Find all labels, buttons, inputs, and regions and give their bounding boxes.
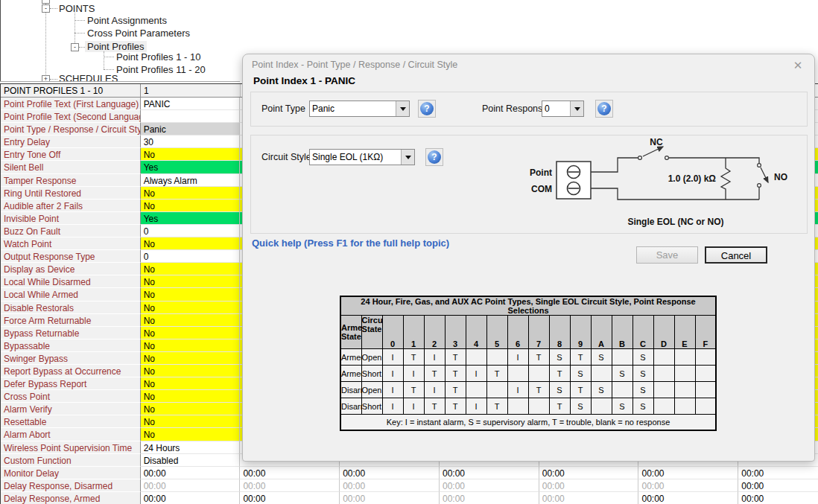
grid-cell[interactable]: Always Alarm (141, 174, 241, 187)
response-cell: Armed (340, 366, 361, 382)
tree-connector (104, 57, 114, 58)
tree-expander-partial-icon[interactable] (42, 0, 50, 4)
tree-expander-schedules-icon[interactable]: + (42, 75, 50, 81)
response-cell: I (403, 366, 424, 382)
grid-cell[interactable]: 00:00 (141, 467, 241, 479)
tree-item-point-profiles-11-20[interactable]: Point Profiles 11 - 20 (114, 64, 208, 75)
chevron-down-icon[interactable] (570, 101, 583, 116)
tree-item-point-profiles[interactable]: Point Profiles (85, 41, 147, 52)
response-cell: I (424, 349, 445, 366)
grid-cell[interactable]: 00:00 (240, 492, 340, 504)
close-icon[interactable]: ✕ (790, 58, 805, 73)
cancel-button[interactable]: Cancel (705, 246, 767, 264)
grid-cell[interactable]: 00:00 (539, 479, 639, 492)
grid-cell[interactable]: No (141, 200, 241, 212)
grid-cell[interactable]: 00:00 (738, 492, 818, 504)
circuit-style-select[interactable]: Single EOL (1KΩ) (309, 149, 415, 165)
grid-cell[interactable]: 00:00 (738, 479, 818, 492)
tree-item-points[interactable]: POINTS (57, 3, 97, 14)
grid-cell[interactable] (141, 110, 241, 123)
chevron-down-icon[interactable] (401, 150, 414, 165)
response-cell: I (382, 382, 403, 398)
grid-cell[interactable]: No (141, 428, 241, 441)
grid-cell[interactable]: No (141, 377, 241, 390)
grid-cell[interactable]: No (141, 148, 241, 161)
save-button[interactable]: Save (636, 246, 698, 264)
point-type-groupbox: Point Type Panic ? Point Response 0 ? (250, 92, 808, 127)
response-cell: T (570, 382, 591, 398)
hex-column-header: F (695, 316, 716, 349)
grid-cell[interactable]: 0 (141, 250, 241, 263)
grid-cell[interactable]: Disabled (141, 454, 241, 467)
response-table-title: 24 Hour, Fire, Gas, and AUX AC Point Typ… (340, 296, 716, 316)
help-icon: ? (597, 102, 611, 115)
tree-item-schedules[interactable]: SCHEDULES (57, 73, 120, 81)
grid-cell[interactable]: 00:00 (340, 479, 440, 492)
response-cell: S (591, 349, 612, 366)
grid-cell[interactable]: 00:00 (141, 479, 241, 492)
response-cell (674, 366, 695, 382)
grid-cell[interactable]: 00:00 (539, 492, 639, 504)
grid-cell[interactable]: 00:00 (539, 467, 639, 479)
grid-cell[interactable]: No (141, 302, 241, 314)
response-cell (695, 382, 716, 398)
grid-cell[interactable]: 30 (141, 135, 241, 148)
grid-cell[interactable]: No (141, 263, 241, 275)
response-cell: S (570, 366, 591, 382)
dialog-title: Point Index - Point Type / Response / Ci… (252, 60, 457, 70)
grid-cell[interactable]: 00:00 (638, 492, 738, 504)
grid-cell[interactable]: 00:00 (738, 467, 818, 479)
table-row: Delay Response, Armed00:0000:0000:0000:0… (1, 492, 818, 504)
tree-item-cross-point-parameters[interactable]: Cross Point Parameters (85, 28, 192, 39)
grid-cell[interactable]: 00:00 (240, 479, 340, 492)
grid-cell[interactable]: No (141, 314, 241, 327)
grid-cell[interactable]: 0 (141, 225, 241, 237)
grid-cell[interactable]: No (141, 187, 241, 200)
grid-cell[interactable]: No (141, 339, 241, 352)
grid-cell[interactable]: No (141, 275, 241, 288)
diagram-com-label: COM (531, 184, 552, 194)
hex-column-header: 2 (424, 316, 445, 349)
chevron-down-icon[interactable] (396, 101, 409, 116)
point-response-help-button[interactable]: ? (595, 100, 613, 118)
grid-cell[interactable]: 00:00 (340, 492, 440, 504)
response-cell: S (632, 349, 653, 366)
grid-cell[interactable]: 00:00 (638, 479, 738, 492)
grid-cell[interactable]: No (141, 288, 241, 301)
point-response-select[interactable]: 0 (542, 101, 584, 117)
circuit-style-help-button[interactable]: ? (425, 148, 443, 166)
response-cell: I (382, 349, 403, 366)
grid-cell[interactable]: No (141, 237, 241, 250)
grid-cell[interactable]: No (141, 352, 241, 365)
grid-cell[interactable]: No (141, 365, 241, 377)
grid-cell[interactable]: 00:00 (638, 467, 738, 479)
grid-row-label: Alarm Verify (1, 403, 141, 415)
response-cell: I (507, 349, 528, 366)
help-icon: ? (428, 150, 441, 164)
grid-cell[interactable]: 00:00 (440, 479, 539, 492)
grid-cell[interactable]: No (141, 415, 241, 428)
grid-cell[interactable]: No (141, 390, 241, 403)
grid-cell[interactable]: No (141, 327, 241, 339)
grid-row-label: Buzz On Fault (1, 225, 141, 237)
grid-cell[interactable]: 00:00 (440, 467, 539, 479)
tree-expander-point-profiles-icon[interactable]: - (71, 43, 79, 51)
tree-expander-points-icon[interactable]: - (42, 4, 50, 13)
grid-cell[interactable]: 00:00 (240, 467, 340, 479)
grid-row-label: Disable Restorals (1, 302, 141, 314)
grid-cell[interactable]: Panic (141, 123, 241, 135)
point-type-select[interactable]: Panic (309, 101, 410, 117)
hex-column-header: 4 (466, 316, 486, 349)
tree-item-point-profiles-1-10[interactable]: Point Profiles 1 - 10 (114, 51, 203, 63)
grid-cell[interactable]: 00:00 (141, 492, 241, 504)
grid-cell[interactable]: Yes (141, 212, 241, 225)
point-type-help-button[interactable]: ? (418, 100, 436, 118)
response-cell (695, 366, 716, 382)
grid-cell[interactable]: 00:00 (340, 467, 440, 479)
grid-cell[interactable]: Yes (141, 161, 241, 173)
grid-cell[interactable]: 24 Hours (141, 441, 241, 454)
grid-cell[interactable]: No (141, 403, 241, 415)
grid-cell[interactable]: 00:00 (440, 492, 539, 504)
tree-item-point-assignments[interactable]: Point Assignments (85, 15, 169, 26)
grid-cell[interactable]: PANIC (141, 98, 241, 110)
